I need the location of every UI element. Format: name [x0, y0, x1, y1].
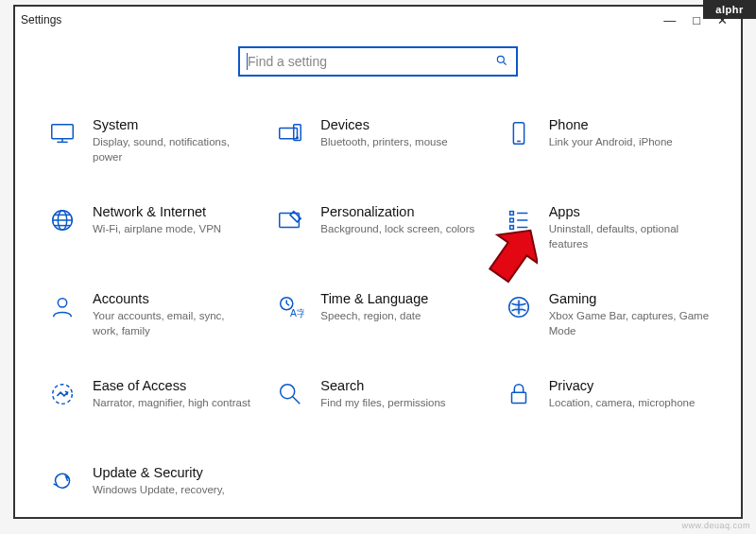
phone-icon — [502, 116, 536, 150]
tile-desc: Find my files, permissions — [320, 396, 445, 411]
svg-point-7 — [297, 137, 299, 139]
tile-personalization[interactable]: Personalization Background, lock screen,… — [269, 198, 491, 284]
svg-rect-5 — [280, 128, 298, 138]
tile-accounts[interactable]: Accounts Your accounts, email, sync, wor… — [42, 284, 264, 371]
tile-ease-of-access[interactable]: Ease of Access Narrator, magnifier, high… — [42, 371, 264, 458]
tile-desc: Link your Android, iPhone — [549, 135, 673, 150]
search-tile-icon — [273, 377, 307, 411]
tile-desc: Speech, region, date — [320, 309, 428, 324]
tile-gaming[interactable]: Gaming Xbox Game Bar, captures, Game Mod… — [498, 284, 720, 371]
tile-desc: Uninstall, defaults, optional features — [549, 222, 710, 251]
watermark: www.deuaq.com — [681, 521, 750, 530]
tile-phone[interactable]: Phone Link your Android, iPhone — [498, 111, 720, 198]
tile-label: Search — [320, 377, 445, 394]
update-icon — [45, 464, 79, 498]
ease-of-access-icon — [45, 377, 79, 411]
personalization-icon — [273, 203, 307, 237]
svg-point-29 — [281, 385, 295, 399]
tile-search[interactable]: Search Find my files, permissions — [269, 371, 491, 458]
text-caret — [247, 53, 248, 70]
search-input[interactable] — [248, 54, 495, 69]
apps-icon — [502, 203, 536, 237]
tile-label: Time & Language — [320, 290, 428, 307]
search-icon — [495, 54, 508, 70]
svg-rect-18 — [509, 226, 513, 230]
tile-desc: Xbox Game Bar, captures, Game Mode — [549, 309, 710, 338]
minimize-button[interactable]: — — [663, 13, 676, 27]
titlebar: Settings — □ ✕ — [15, 7, 741, 33]
svg-line-1 — [504, 61, 507, 64]
svg-line-30 — [293, 397, 301, 405]
window-title: Settings — [21, 13, 61, 26]
lock-icon — [502, 377, 536, 411]
search-area — [15, 33, 741, 82]
svg-rect-31 — [511, 392, 525, 403]
tile-label: Gaming — [549, 290, 710, 307]
tile-label: System — [93, 116, 253, 133]
tile-label: Accounts — [93, 290, 253, 307]
tile-desc: Bluetooth, printers, mouse — [320, 135, 447, 150]
tile-desc: Narrator, magnifier, high contrast — [93, 396, 250, 411]
settings-grid: System Display, sound, notifications, po… — [15, 82, 741, 517]
tile-desc: Location, camera, microphone — [549, 396, 696, 411]
tile-label: Apps — [549, 203, 710, 220]
tile-privacy[interactable]: Privacy Location, camera, microphone — [498, 371, 720, 458]
tile-desc: Your accounts, email, sync, work, family — [93, 309, 253, 338]
svg-point-22 — [58, 299, 66, 307]
tile-label: Update & Security — [93, 464, 225, 481]
tile-desc: Display, sound, notifications, power — [93, 135, 253, 164]
tile-label: Devices — [320, 116, 447, 133]
tile-label: Privacy — [549, 377, 696, 394]
tile-apps[interactable]: Apps Uninstall, defaults, optional featu… — [498, 198, 720, 284]
tile-devices[interactable]: Devices Bluetooth, printers, mouse — [269, 111, 491, 198]
tile-label: Ease of Access — [93, 377, 250, 394]
time-language-icon: A字 — [273, 290, 307, 324]
tile-update-security[interactable]: Update & Security Windows Update, recove… — [42, 458, 264, 517]
globe-icon — [45, 203, 79, 237]
svg-rect-17 — [509, 218, 513, 222]
svg-rect-16 — [509, 212, 513, 215]
tile-label: Personalization — [320, 203, 474, 220]
tile-desc: Wi-Fi, airplane mode, VPN — [93, 222, 221, 237]
svg-text:A字: A字 — [290, 308, 304, 319]
tile-desc: Windows Update, recovery, — [93, 483, 225, 498]
tile-label: Network & Internet — [93, 203, 221, 220]
svg-rect-2 — [52, 125, 74, 139]
brand-badge: alphr — [703, 0, 756, 19]
tile-label: Phone — [549, 116, 673, 133]
accounts-icon — [45, 290, 79, 324]
system-icon — [45, 116, 79, 150]
maximize-button[interactable]: □ — [693, 13, 700, 27]
tile-system[interactable]: System Display, sound, notifications, po… — [42, 111, 264, 198]
tile-time-language[interactable]: A字 Time & Language Speech, region, date — [269, 284, 491, 371]
svg-line-25 — [287, 303, 290, 305]
svg-point-0 — [497, 56, 504, 62]
settings-window: Settings — □ ✕ System Display, sound, no… — [13, 5, 743, 519]
search-box[interactable] — [238, 46, 518, 77]
tile-desc: Background, lock screen, colors — [320, 222, 474, 237]
tile-network[interactable]: Network & Internet Wi-Fi, airplane mode,… — [42, 198, 264, 284]
gaming-icon — [502, 290, 536, 324]
devices-icon — [273, 116, 307, 150]
